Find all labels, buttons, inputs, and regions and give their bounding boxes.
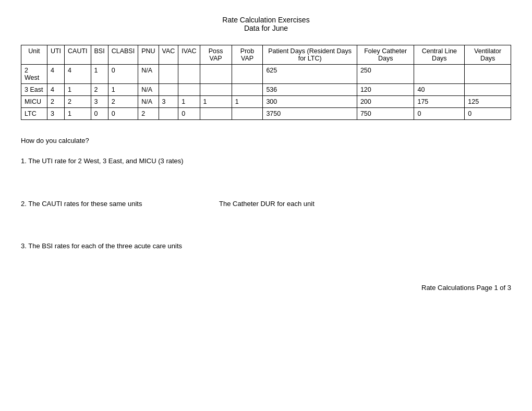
cell-central_line_days: 40: [414, 84, 465, 96]
table-row: LTC310020375075000: [21, 108, 511, 120]
cell-ventilator_days: 125: [465, 96, 511, 108]
question-1: 1. The UTI rate for 2 West, 3 East, and …: [21, 155, 511, 167]
question-3: 3. The BSI rates for each of the three a…: [21, 240, 511, 252]
page-title-line1: Rate Calculation Exercises: [21, 16, 511, 24]
table-row: MICU2232N/A3111300200175125: [21, 96, 511, 108]
cell-unit: MICU: [21, 96, 47, 108]
cell-pnu: N/A: [138, 84, 159, 96]
cell-central_line_days: 0: [414, 108, 465, 120]
data-table: Unit UTI CAUTI BSI CLABSI PNU VAC IVAC P…: [21, 45, 511, 120]
col-cauti: CAUTI: [65, 45, 91, 65]
question-2-right: The Catheter DUR for each unit: [219, 198, 511, 210]
col-uti: UTI: [47, 45, 64, 65]
cell-foley_catheter_days: 250: [357, 65, 414, 84]
cell-patient_days: 3750: [263, 108, 357, 120]
col-patient-days: Patient Days (Resident Days for LTC): [263, 45, 357, 65]
cell-ventilator_days: [465, 65, 511, 84]
cell-cauti: 2: [65, 96, 91, 108]
cell-uti: 4: [47, 65, 64, 84]
col-pnu: PNU: [138, 45, 159, 65]
col-unit: Unit: [21, 45, 47, 65]
cell-pnu: N/A: [138, 65, 159, 84]
cell-poss_vap: [200, 65, 232, 84]
cell-pnu: 2: [138, 108, 159, 120]
cell-unit: LTC: [21, 108, 47, 120]
cell-vac: [159, 84, 178, 96]
cell-bsi: 3: [91, 96, 108, 108]
cell-patient_days: 300: [263, 96, 357, 108]
cell-prob_vap: [232, 108, 263, 120]
cell-poss_vap: [200, 108, 232, 120]
question-2-left: 2. The CAUTI rates for these same units: [21, 198, 219, 210]
cell-patient_days: 536: [263, 84, 357, 96]
cell-clabsi: 0: [108, 108, 138, 120]
cell-ivac: 1: [178, 96, 200, 108]
cell-cauti: 4: [65, 65, 91, 84]
how-calculate-label: How do you calculate?: [21, 135, 511, 147]
cell-poss_vap: 1: [200, 96, 232, 108]
col-ventilator-days: Ventilator Days: [465, 45, 511, 65]
table-row: 3 East4121N/A53612040: [21, 84, 511, 96]
cell-unit: 3 East: [21, 84, 47, 96]
cell-prob_vap: [232, 84, 263, 96]
cell-patient_days: 625: [263, 65, 357, 84]
col-poss-vap: Poss VAP: [200, 45, 232, 65]
cell-vac: 3: [159, 96, 178, 108]
cell-clabsi: 2: [108, 96, 138, 108]
cell-prob_vap: [232, 65, 263, 84]
cell-clabsi: 0: [108, 65, 138, 84]
cell-ventilator_days: [465, 84, 511, 96]
cell-bsi: 0: [91, 108, 108, 120]
cell-vac: [159, 65, 178, 84]
cell-cauti: 1: [65, 108, 91, 120]
cell-clabsi: 1: [108, 84, 138, 96]
cell-foley_catheter_days: 120: [357, 84, 414, 96]
cell-vac: [159, 108, 178, 120]
cell-ivac: 0: [178, 108, 200, 120]
question-2-row: 2. The CAUTI rates for these same units …: [21, 198, 511, 210]
cell-foley_catheter_days: 750: [357, 108, 414, 120]
col-prob-vap: Prob VAP: [232, 45, 263, 65]
cell-foley_catheter_days: 200: [357, 96, 414, 108]
cell-pnu: N/A: [138, 96, 159, 108]
cell-ivac: [178, 65, 200, 84]
col-central-line-days: Central Line Days: [414, 45, 465, 65]
cell-uti: 2: [47, 96, 64, 108]
col-bsi: BSI: [91, 45, 108, 65]
cell-bsi: 1: [91, 65, 108, 84]
cell-cauti: 1: [65, 84, 91, 96]
page-header: Rate Calculation Exercises Data for June: [21, 16, 511, 32]
col-ivac: IVAC: [178, 45, 200, 65]
cell-unit: 2 West: [21, 65, 47, 84]
cell-central_line_days: [414, 65, 465, 84]
cell-poss_vap: [200, 84, 232, 96]
footer-text: Rate Calculations Page 1 of 3: [421, 284, 511, 292]
page-title-line2: Data for June: [21, 24, 511, 32]
cell-ventilator_days: 0: [465, 108, 511, 120]
cell-ivac: [178, 84, 200, 96]
questions-section: How do you calculate? 1. The UTI rate fo…: [21, 135, 511, 252]
cell-uti: 4: [47, 84, 64, 96]
col-vac: VAC: [159, 45, 178, 65]
col-foley-catheter-days: Foley Catheter Days: [357, 45, 414, 65]
cell-central_line_days: 175: [414, 96, 465, 108]
col-clabsi: CLABSI: [108, 45, 138, 65]
table-row: 2 West4410N/A625250: [21, 65, 511, 84]
cell-uti: 3: [47, 108, 64, 120]
footer: Rate Calculations Page 1 of 3: [21, 284, 511, 292]
cell-prob_vap: 1: [232, 96, 263, 108]
cell-bsi: 2: [91, 84, 108, 96]
